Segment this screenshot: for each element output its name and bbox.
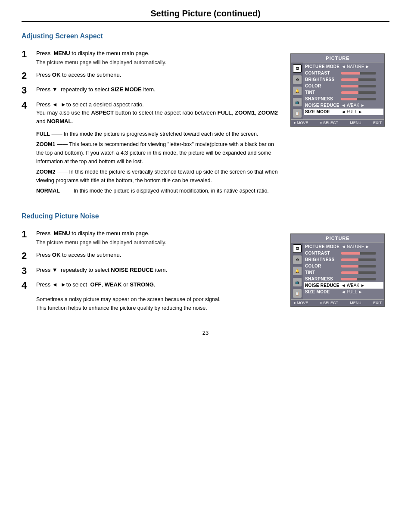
section1-descriptions: FULL —— In this mode the picture is prog… [36, 130, 282, 195]
step-num-1-2: 2 [22, 71, 34, 81]
step-2-3: 3 Press ▼ repeatedly to select NOISE RED… [22, 266, 282, 276]
section1-menu-image: PICTURE 🖼 ⚙ 🔔 📺 📋 PICTURE MODE ◄ NATURE … [290, 49, 389, 197]
tv-icon2-4: 📺 [293, 278, 302, 286]
step-num-1-1: 1 [22, 49, 34, 59]
section2-divider [22, 222, 389, 222]
desc-zoom2: ZOOM2 —— In this mode the picture is ver… [36, 168, 282, 185]
step-num-2-4: 4 [22, 280, 34, 291]
step-num-2-2: 2 [22, 251, 34, 261]
step-num-1-3: 3 [22, 85, 34, 96]
step-text-1-4: Press ◄ ►to select a desired aspect rati… [36, 100, 282, 126]
tv-menu-1: PICTURE 🖼 ⚙ 🔔 📺 📋 PICTURE MODE ◄ NATURE … [290, 53, 385, 127]
tv-row2-sharpness: SHARPNESS [305, 276, 383, 282]
page-number: 23 [22, 330, 389, 336]
tv-row-noise-reduce: NOISE REDUCE ◄ WEAK ► [305, 102, 383, 109]
section2-menu-image: PICTURE 🖼 ⚙ 🔔 📺 📋 PICTURE MODE ◄ NATURE … [290, 229, 389, 312]
step-2-1: 1 Press MENU to display the menu main pa… [22, 229, 282, 246]
step-1-2: 2 Press OK to access the submenu. [22, 71, 282, 81]
step-1-3: 3 Press ▼ repeatedly to select SIZE MODE… [22, 85, 282, 96]
tv-icon2-picture: 🖼 [293, 244, 302, 253]
step-1-1: 1 Press MENU to display the menu main pa… [22, 49, 282, 66]
tv-row-contrast: CONTRAST [305, 70, 383, 76]
step-num-2-1: 1 [22, 229, 34, 240]
step-1-4: 4 Press ◄ ►to select a desired aspect ra… [22, 100, 282, 126]
tv-row-brightness: BRIGHTNESS [305, 76, 383, 83]
section1-divider [22, 42, 389, 42]
page-title: Setting Picture (continued) [22, 9, 389, 22]
section1-steps: 1 Press MENU to display the menu main pa… [22, 49, 282, 197]
tv-menu-2-body: 🖼 ⚙ 🔔 📺 📋 PICTURE MODE ◄ NATURE ► CONTRA… [291, 243, 384, 299]
tv-icon-2: ⚙ [293, 75, 302, 84]
tv-menu-2-icons: 🖼 ⚙ 🔔 📺 📋 [291, 243, 303, 299]
tv-icon-4: 📺 [293, 98, 302, 106]
tv-menu-1-body: 🖼 ⚙ 🔔 📺 📋 PICTURE MODE ◄ NATURE ► CONTRA… [291, 62, 384, 119]
step-2-4: 4 Press ◄ ►to select OFF, WEAK or STRONG… [22, 280, 282, 291]
tv-row2-picture-mode: PICTURE MODE ◄ NATURE ► [305, 243, 383, 250]
step-text-2-2: Press OK to access the submenu. [36, 251, 282, 259]
tv-icon2-5: 📋 [293, 289, 302, 298]
section-reducing-picture-noise: Reducing Picture Noise 1 Press MENU to d… [22, 212, 389, 312]
tv-icon-5: 📋 [293, 109, 302, 118]
step-text-1-2: Press OK to access the submenu. [36, 71, 282, 79]
tv-menu-2-footer: ♦ MOVE♦ SELECTMENUEXIT [291, 299, 384, 306]
step-text-2-4: Press ◄ ►to select OFF, WEAK or STRONG. [36, 280, 282, 289]
tv-row2-color: COLOR [305, 263, 383, 269]
tv-menu-1-rows: PICTURE MODE ◄ NATURE ► CONTRAST BRIGHTN… [303, 62, 384, 119]
desc-full: FULL —— In this mode the picture is prog… [36, 130, 282, 138]
tv-menu-2: PICTURE 🖼 ⚙ 🔔 📺 📋 PICTURE MODE ◄ NATURE … [290, 233, 385, 307]
section2-content: 1 Press MENU to display the menu main pa… [22, 229, 389, 312]
tv-row2-noise-reduce-highlighted: NOISE REDUCE ◄ WEAK ► [304, 282, 383, 289]
section1-title: Adjusting Screen Aspect [22, 32, 389, 40]
tv-menu-1-header: PICTURE [291, 54, 384, 62]
tv-icon-3: 🔔 [293, 87, 302, 95]
desc-zoom1: ZOOM1 —— This feature is recommended for… [36, 140, 282, 166]
tv-row2-size-mode: SIZE MODE ◄ FULL ► [305, 289, 383, 295]
tv-menu-2-header: PICTURE [291, 234, 384, 243]
tv-row-tint: TINT [305, 89, 383, 96]
tv-row-picture-mode: PICTURE MODE ◄ NATURE ► [305, 63, 383, 70]
tv-row2-tint: TINT [305, 269, 383, 276]
section-adjusting-screen-aspect: Adjusting Screen Aspect 1 Press MENU to … [22, 32, 389, 197]
tv-row-color: COLOR [305, 83, 383, 89]
step-2-2: 2 Press OK to access the submenu. [22, 251, 282, 261]
tv-menu-2-rows: PICTURE MODE ◄ NATURE ► CONTRAST BRIGHTN… [303, 243, 384, 299]
step-text-1-1: Press MENU to display the menu main page… [36, 49, 282, 66]
step-text-2-1: Press MENU to display the menu main page… [36, 229, 282, 246]
section2-note: Sometimes a noisy picture may appear on … [36, 295, 282, 312]
step-text-2-3: Press ▼ repeatedly to select NOISE REDUC… [36, 266, 282, 274]
tv-menu-1-footer: ♦ MOVE♦ SELECTMENUEXIT [291, 119, 384, 126]
tv-row-size-mode-highlighted: SIZE MODE ◄ FULL ► [304, 109, 383, 115]
step-num-2-3: 3 [22, 266, 34, 276]
tv-icon-picture: 🖼 [293, 64, 302, 73]
section1-content: 1 Press MENU to display the menu main pa… [22, 49, 389, 197]
tv-icon2-3: 🔔 [293, 267, 302, 275]
desc-normal: NORMAL —— In this mode the picture is di… [36, 187, 282, 195]
tv-row-sharpness: SHARPNESS [305, 96, 383, 102]
tv-row2-brightness: BRIGHTNESS [305, 256, 383, 263]
step-num-1-4: 4 [22, 100, 34, 111]
step-text-1-3: Press ▼ repeatedly to select SIZE MODE i… [36, 85, 282, 94]
tv-menu-1-icons: 🖼 ⚙ 🔔 📺 📋 [291, 62, 303, 119]
section2-title: Reducing Picture Noise [22, 212, 389, 220]
section2-steps: 1 Press MENU to display the menu main pa… [22, 229, 282, 312]
tv-row2-contrast: CONTRAST [305, 250, 383, 256]
tv-icon2-2: ⚙ [293, 255, 302, 264]
